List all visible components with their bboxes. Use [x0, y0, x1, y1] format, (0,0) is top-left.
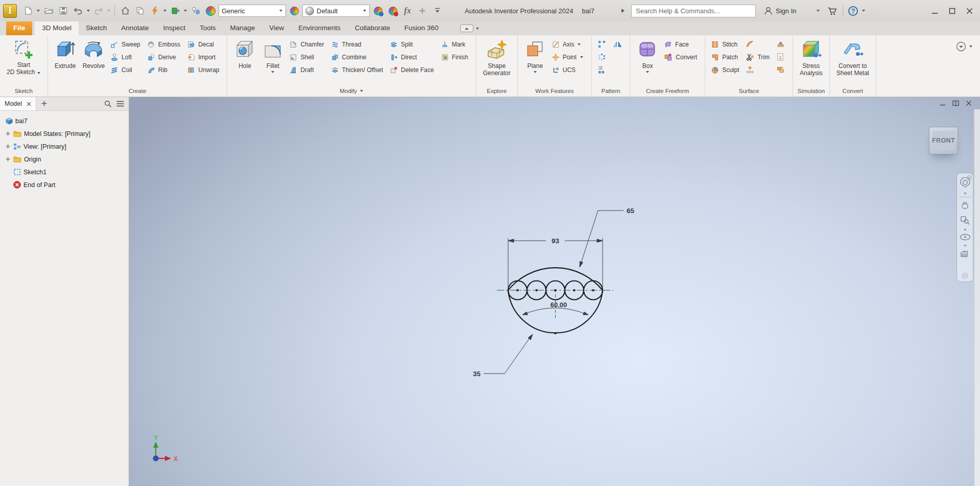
sculpt-button[interactable]: Sculpt: [709, 63, 743, 76]
freeform-box-button[interactable]: Box: [634, 37, 661, 73]
maximize-button[interactable]: [944, 4, 960, 17]
appearance-wheel-button[interactable]: [204, 4, 217, 17]
freeform-convert-button[interactable]: Convert: [662, 51, 701, 63]
graphics-viewport[interactable]: 93 65 35 60.00 Y: [129, 97, 980, 486]
iproperties-dropdown-caret[interactable]: [163, 10, 166, 12]
decal-button[interactable]: Decal: [185, 38, 223, 51]
loft-button[interactable]: Loft: [109, 51, 144, 63]
point-button[interactable]: Point: [550, 51, 587, 63]
undo-button[interactable]: [71, 4, 85, 17]
circular-pattern-button[interactable]: [596, 51, 610, 63]
ribbon-appearance-button[interactable]: [956, 41, 966, 53]
copy-object-surface-button[interactable]: [775, 63, 788, 76]
axis-button[interactable]: Axis: [550, 38, 587, 51]
save-button[interactable]: [57, 4, 70, 17]
minimize-button[interactable]: [927, 4, 942, 17]
sweep-button[interactable]: Sweep: [109, 38, 144, 51]
redo-button[interactable]: [92, 4, 105, 17]
material-dropdown-caret[interactable]: [184, 10, 187, 12]
draft-button[interactable]: Draft: [288, 63, 327, 76]
start-2d-sketch-button[interactable]: Start 2D Sketch: [4, 37, 43, 76]
appearance-combo[interactable]: Default: [302, 5, 370, 17]
tree-item-model-states[interactable]: Model States: [Primary]: [0, 127, 129, 140]
browser-menu-icon[interactable]: [116, 101, 124, 107]
extend-surface-button[interactable]: [744, 63, 773, 76]
split-button[interactable]: Split: [388, 38, 438, 51]
plane-button[interactable]: Plane: [522, 37, 548, 73]
material-library-button[interactable]: [169, 4, 182, 17]
tab-annotate[interactable]: Annotate: [114, 21, 156, 35]
orbit-button[interactable]: [959, 233, 971, 243]
thread-button[interactable]: Thread: [329, 38, 387, 51]
combine-button[interactable]: Combine: [329, 51, 387, 63]
measure-button[interactable]: [189, 4, 202, 17]
material-combo[interactable]: Generic: [219, 5, 286, 17]
home-button[interactable]: [118, 4, 132, 17]
clear-appearance-button[interactable]: [386, 4, 399, 17]
tab-sketch[interactable]: Sketch: [79, 21, 114, 35]
zoom-button[interactable]: [960, 215, 971, 227]
silhouette-curve-button[interactable]: [775, 51, 788, 63]
search-input[interactable]: [631, 5, 756, 17]
tree-item-origin[interactable]: Origin: [0, 153, 129, 166]
close-button[interactable]: [962, 4, 977, 17]
tree-item-end-of-part[interactable]: End of Part: [0, 178, 129, 191]
tab-file[interactable]: File: [6, 21, 32, 35]
tree-item-part[interactable]: bai7: [0, 114, 129, 127]
revolve-button[interactable]: Revolve: [80, 37, 107, 70]
sign-in-dropdown-caret[interactable]: [817, 10, 820, 12]
inventor-logo-icon[interactable]: I: [3, 4, 17, 18]
thicken-offset-button[interactable]: Thicken/ Offset: [329, 63, 387, 76]
adjust-appearance-button[interactable]: [371, 4, 385, 17]
freeform-face-button[interactable]: Face: [662, 38, 701, 51]
extrude-button[interactable]: Extrude: [52, 37, 79, 70]
finish-button[interactable]: Finish: [439, 51, 472, 63]
open-button[interactable]: [42, 4, 55, 17]
tab-manage[interactable]: Manage: [223, 21, 262, 35]
tab-view[interactable]: View: [262, 21, 291, 35]
copy-object-button[interactable]: [133, 4, 147, 17]
tab-fusion-360[interactable]: Fusion 360: [397, 21, 446, 35]
tree-item-view[interactable]: View: [Primary]: [0, 140, 129, 153]
stitch-button[interactable]: Stitch: [709, 38, 743, 51]
tab-collaborate[interactable]: Collaborate: [348, 21, 397, 35]
help-button[interactable]: ?: [847, 4, 860, 17]
rib-button[interactable]: Rib: [146, 63, 184, 76]
rectangular-pattern-button[interactable]: [596, 38, 610, 51]
sketch-canvas[interactable]: 93 65 35 60.00 Y: [129, 97, 980, 486]
import-button[interactable]: Import: [185, 51, 223, 63]
store-button[interactable]: [826, 4, 839, 17]
tab-3d-model[interactable]: 3D Model: [35, 21, 79, 35]
browser-search-icon[interactable]: [104, 100, 112, 108]
mark-button[interactable]: Mark: [439, 38, 472, 51]
direct-edit-button[interactable]: Direct: [388, 51, 438, 63]
doc-restore-button[interactable]: [952, 100, 959, 108]
shape-generator-button[interactable]: Shape Generator: [481, 37, 513, 77]
navbar-collapse-button[interactable]: [962, 272, 968, 280]
trim-surface-button[interactable]: Trim: [744, 51, 773, 63]
help-dropdown-caret[interactable]: [862, 10, 865, 12]
browser-tab-close-icon[interactable]: [27, 102, 31, 106]
ucs-button[interactable]: UCS: [550, 63, 587, 76]
redo-dropdown-caret[interactable]: [107, 10, 110, 12]
chamfer-button[interactable]: Chamfer: [288, 38, 327, 51]
tree-item-sketch1[interactable]: Sketch1: [0, 166, 129, 178]
add-command-button[interactable]: [416, 4, 429, 17]
tab-inspect[interactable]: Inspect: [156, 21, 193, 35]
group-label-modify[interactable]: Modify: [228, 86, 474, 97]
viewcube-front-face[interactable]: FRONT: [933, 131, 954, 150]
convert-to-sheet-metal-button[interactable]: Convert to Sheet Metal: [834, 37, 872, 77]
derive-button[interactable]: Derive: [146, 51, 184, 63]
color-wheel-button[interactable]: [288, 4, 301, 17]
undo-dropdown-caret[interactable]: [87, 10, 90, 12]
emboss-button[interactable]: Emboss: [146, 38, 184, 51]
stress-analysis-button[interactable]: Stress Analysis: [797, 37, 825, 77]
ribbon-appearance-caret[interactable]: [969, 45, 972, 48]
mirror-button[interactable]: [611, 38, 626, 51]
pan-button[interactable]: [960, 200, 971, 213]
look-at-button[interactable]: [959, 248, 971, 260]
doc-close-button[interactable]: [966, 100, 972, 108]
browser-add-tab-button[interactable]: [36, 100, 52, 108]
delete-face-button[interactable]: Delete Face: [388, 63, 438, 76]
zoom-caret[interactable]: [964, 229, 967, 231]
